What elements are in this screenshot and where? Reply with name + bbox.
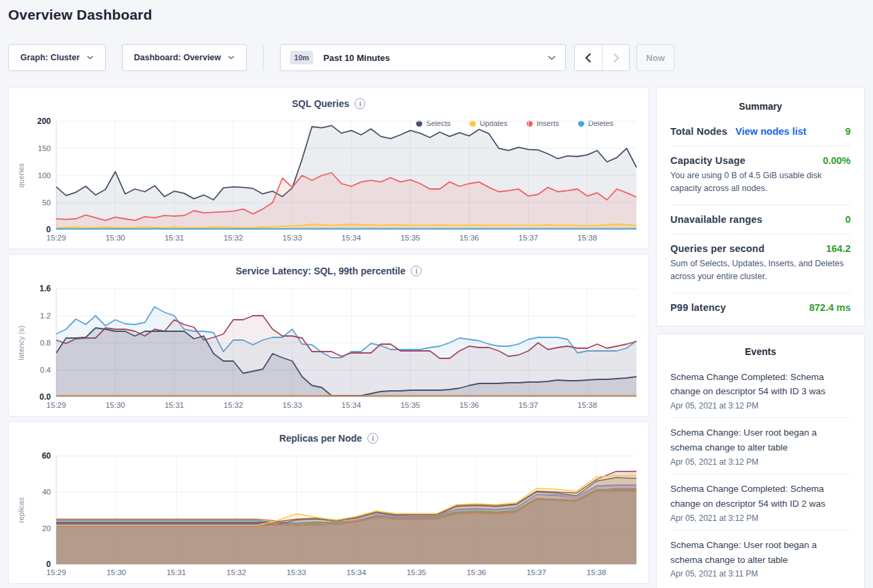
event-item: Schema Change: User root began a schema … [670,418,851,474]
svg-text:15:29: 15:29 [47,234,66,242]
side-column: Summary Total Nodes View nodes list 9 Ca… [656,87,865,588]
summary-row-capacity-usage: Capacity Usage 0.00% You are using 0 B o… [670,146,851,205]
summary-label: P99 latency [670,302,726,313]
dashboard-dropdown[interactable]: Dashboard: Overview [122,44,247,71]
summary-value: 9 [845,126,851,137]
toolbar-divider [263,45,264,70]
chart-title: SQL Queries [292,98,350,109]
event-text: Schema Change Completed: Schema change o… [670,370,851,400]
summary-label: Unavailable ranges [670,214,763,225]
replicas-per-node-card: Replicas per Node i 020406015:2915:3015:… [8,421,649,584]
summary-value: 0.00% [823,155,851,166]
event-date: Apr 05, 2021 at 3:12 PM [670,457,851,467]
summary-value: 164.2 [826,243,851,254]
event-date: Apr 05, 2021 at 3:12 PM [670,401,851,411]
event-text: Schema Change: User root began a schema … [670,538,851,568]
svg-text:200: 200 [37,117,51,126]
chevron-down-icon [87,56,94,60]
summary-value: 0 [845,214,851,225]
time-range-picker[interactable]: 10m Past 10 Minutes [280,44,566,71]
info-icon[interactable]: i [354,98,365,109]
chevron-down-icon [228,56,235,60]
svg-text:0: 0 [46,560,51,569]
overview-dashboard-page: Overview Dashboard Graph: Cluster Dashbo… [0,0,873,588]
next-range-button[interactable] [602,45,629,70]
svg-text:15:38: 15:38 [577,401,597,409]
dashboard-dropdown-label: Dashboard: Overview [134,53,222,62]
event-text: Schema Change: User root began a schema … [670,425,851,455]
svg-text:15:37: 15:37 [519,401,538,409]
svg-text:15:32: 15:32 [224,401,243,409]
svg-text:50: 50 [42,198,51,207]
chart-title: Replicas per Node [279,433,362,444]
svg-text:15:31: 15:31 [165,234,184,242]
summary-row-unavailable-ranges: Unavailable ranges 0 [670,205,851,234]
svg-text:1.2: 1.2 [40,312,51,320]
summary-row-total-nodes: Total Nodes View nodes list 9 [670,117,851,146]
event-item: Schema Change Completed: Schema change o… [670,362,851,419]
svg-text:15:35: 15:35 [401,234,420,242]
sql-queries-chart[interactable]: 05010015020015:2915:3015:3115:3215:3315:… [14,116,645,246]
summary-description: You are using 0 B of 4.5 GiB usable disk… [670,169,851,196]
page-title: Overview Dashboard [8,7,153,23]
summary-panel: Summary Total Nodes View nodes list 9 Ca… [656,87,865,327]
event-text: Schema Change Completed: Schema change o… [670,482,851,511]
svg-text:15:34: 15:34 [346,568,366,576]
svg-text:150: 150 [38,144,51,152]
svg-text:15:33: 15:33 [287,568,306,576]
now-button[interactable]: Now [636,44,674,71]
service-latency-chart[interactable]: 0.00.40.81.21.615:2915:3015:3115:3215:33… [14,283,645,413]
svg-text:15:30: 15:30 [106,401,125,409]
svg-text:15:36: 15:36 [460,234,479,242]
svg-text:15:38: 15:38 [577,234,597,242]
svg-text:40: 40 [42,488,51,496]
svg-text:15:31: 15:31 [167,568,186,576]
replicas-per-node-chart[interactable]: 020406015:2915:3015:3115:3215:3315:3415:… [14,450,645,581]
svg-text:15:35: 15:35 [407,568,426,576]
svg-text:15:36: 15:36 [460,401,479,409]
info-icon[interactable]: i [411,266,422,276]
svg-text:latency (s): latency (s) [17,326,25,360]
svg-text:15:29: 15:29 [47,401,66,409]
svg-text:replicas: replicas [17,497,25,523]
summary-row-queries-per-second: Queries per second 164.2 Sum of Selects,… [670,234,851,293]
summary-row-p99-latency: P99 latency 872.4 ms [670,293,851,322]
svg-text:15:33: 15:33 [283,234,302,242]
sql-queries-card: SQL Queries i SelectsUpdatesInsertsDelet… [8,87,649,249]
svg-text:15:37: 15:37 [519,234,538,242]
svg-text:15:29: 15:29 [47,568,66,576]
svg-text:15:32: 15:32 [224,234,243,242]
svg-text:0.4: 0.4 [40,366,52,374]
summary-label: Total Nodes [670,126,727,137]
graph-dropdown[interactable]: Graph: Cluster [8,44,106,71]
svg-text:0: 0 [46,225,51,234]
chevron-left-icon [585,53,592,63]
svg-text:0.0: 0.0 [39,392,51,402]
chart-title: Service Latency: SQL, 99th percentile [236,266,406,276]
charts-column: SQL Queries i SelectsUpdatesInsertsDelet… [8,87,649,584]
event-item: Schema Change: User root began a schema … [670,530,851,586]
summary-value: 872.4 ms [809,302,851,313]
view-nodes-list-link[interactable]: View nodes list [735,126,807,137]
range-label: Past 10 Minutes [323,53,548,63]
chevron-down-icon [548,56,556,60]
svg-text:15:34: 15:34 [342,234,361,242]
svg-text:15:35: 15:35 [401,401,420,409]
toolbar: Graph: Cluster Dashboard: Overview 10m P… [8,44,674,71]
svg-text:15:33: 15:33 [283,401,302,409]
info-icon[interactable]: i [367,433,378,444]
svg-text:1.6: 1.6 [39,284,51,293]
summary-description: Sum of Selects, Updates, Inserts, and De… [670,257,851,284]
svg-text:100: 100 [38,171,51,180]
svg-text:15:38: 15:38 [587,568,607,576]
event-date: Apr 05, 2021 at 3:11 PM [670,569,851,579]
svg-text:15:30: 15:30 [106,234,125,242]
summary-title: Summary [670,98,851,117]
svg-text:15:31: 15:31 [165,401,184,409]
graph-dropdown-label: Graph: Cluster [20,53,80,62]
prev-range-button[interactable] [575,45,602,70]
event-item: Schema Change Completed: Schema change o… [670,474,851,530]
event-date: Apr 05, 2021 at 3:12 PM [670,513,851,523]
chevron-right-icon [613,53,620,63]
svg-text:20: 20 [42,524,51,532]
